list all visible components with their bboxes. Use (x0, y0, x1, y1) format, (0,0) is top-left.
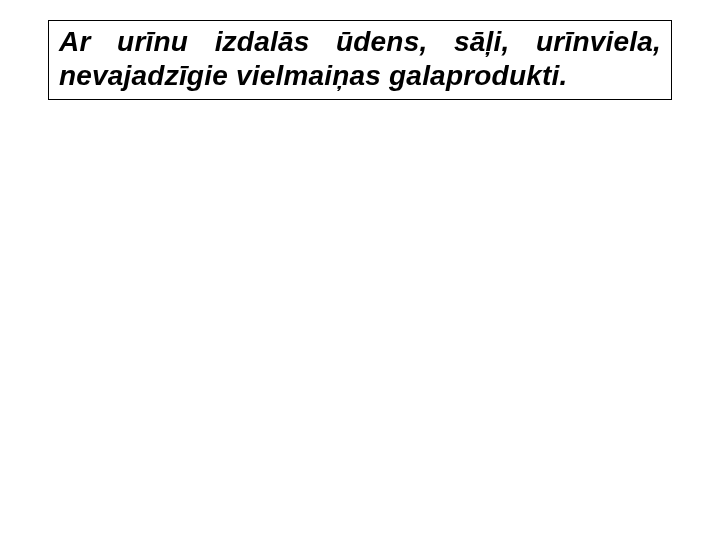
slide: Ar urīnu izdalās ūdens, sāļi, urīnviela,… (0, 0, 720, 540)
body-text: Ar urīnu izdalās ūdens, sāļi, urīnviela,… (59, 25, 661, 93)
text-box: Ar urīnu izdalās ūdens, sāļi, urīnviela,… (48, 20, 672, 100)
